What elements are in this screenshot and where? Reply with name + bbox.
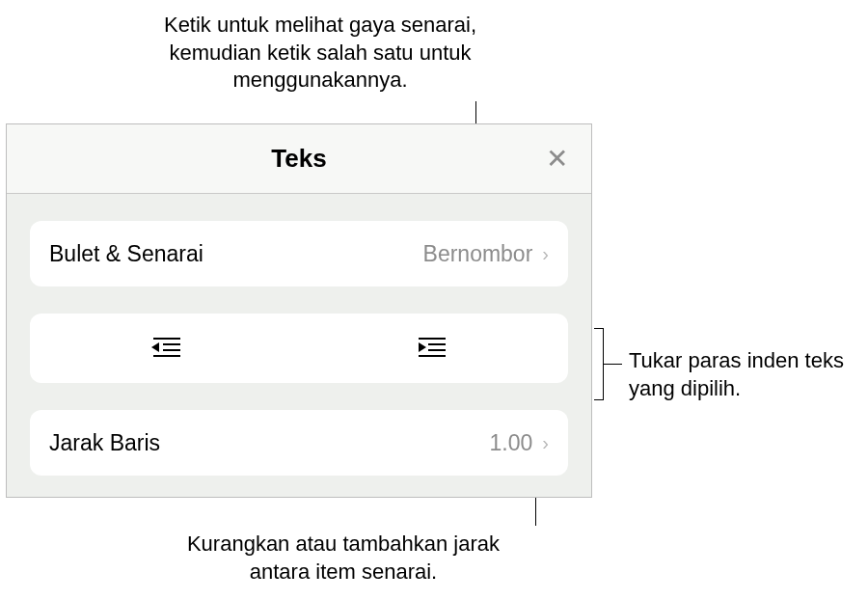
bullets-value-wrap: Bernombor ›	[423, 241, 549, 267]
callout-indent-level: Tukar paras inden teks yang dipilih.	[629, 347, 860, 402]
svg-marker-9	[419, 342, 426, 352]
chevron-right-icon: ›	[542, 243, 549, 265]
chevron-right-icon: ›	[542, 432, 549, 454]
increase-indent-button[interactable]	[299, 335, 568, 362]
decrease-indent-icon	[146, 335, 184, 362]
spacing-value: 1.00	[490, 430, 533, 456]
decrease-indent-button[interactable]	[30, 335, 299, 362]
bullets-value: Bernombor	[423, 241, 533, 267]
callout-bracket-stem	[603, 364, 622, 365]
bullets-and-lists-row[interactable]: Bulet & Senarai Bernombor ›	[30, 221, 568, 286]
line-spacing-row[interactable]: Jarak Baris 1.00 ›	[30, 410, 568, 476]
text-format-panel: Teks ✕ Bulet & Senarai Bernombor ›	[6, 123, 592, 498]
indent-controls-row	[30, 314, 568, 383]
bullets-label: Bulet & Senarai	[49, 241, 203, 267]
panel-header: Teks ✕	[7, 124, 591, 194]
svg-marker-4	[151, 342, 159, 352]
callout-line-spacing: Kurangkan atau tambahkan jarak antara it…	[170, 531, 517, 586]
spacing-label: Jarak Baris	[49, 430, 160, 456]
close-icon[interactable]: ✕	[546, 146, 568, 173]
panel-title: Teks	[271, 144, 326, 174]
panel-body: Bulet & Senarai Bernombor ›	[7, 194, 591, 476]
callout-list-styles: Ketik untuk melihat gaya senarai, kemudi…	[147, 12, 494, 95]
spacing-value-wrap: 1.00 ›	[490, 430, 549, 456]
callout-bracket-bottom	[594, 399, 604, 400]
callout-bracket-top	[594, 328, 604, 329]
increase-indent-icon	[415, 335, 453, 362]
